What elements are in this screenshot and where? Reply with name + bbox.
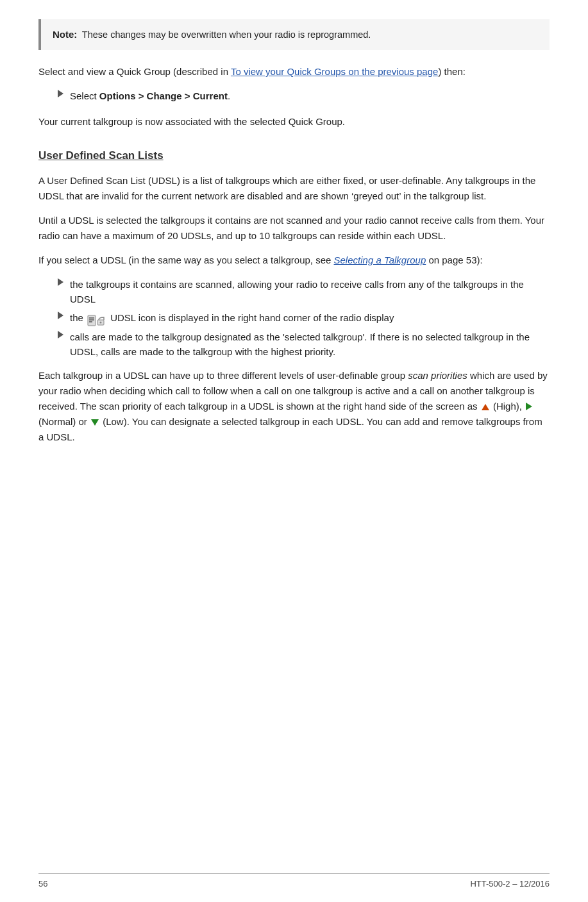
udsl-icon bbox=[87, 312, 106, 327]
footer: 56 HTT-500-2 – 12/2016 bbox=[38, 873, 550, 890]
footer-page-number: 56 bbox=[38, 878, 47, 890]
bullet-arrow-icon-1 bbox=[58, 278, 63, 286]
udsl-intro-para: A User Defined Scan List (UDSL) is a lis… bbox=[38, 173, 550, 204]
bullet-text-3: calls are made to the talkgroup designat… bbox=[70, 330, 550, 360]
quick-groups-link[interactable]: To view your Quick Groups on the previou… bbox=[231, 66, 439, 77]
normal-priority-icon bbox=[526, 403, 532, 410]
udsl-para4: Each talkgroup in a UDSL can have up to … bbox=[38, 368, 550, 445]
bullets-section: the talkgroups it contains are scanned, … bbox=[38, 277, 550, 359]
low-priority-icon bbox=[91, 419, 99, 426]
svg-rect-0 bbox=[88, 315, 96, 326]
bullet-arrow-icon-2 bbox=[58, 312, 63, 319]
section-heading-text: User Defined Scan Lists bbox=[38, 149, 164, 162]
footer-document-ref: HTT-500-2 – 12/2016 bbox=[470, 878, 550, 890]
note-label: Note: bbox=[53, 29, 77, 40]
bullet-item-2: the UDSL icon is displayed in the right … bbox=[58, 310, 550, 325]
note-text: These changes may be overwritten when yo… bbox=[80, 29, 371, 40]
select-options-bold: Options > Change > Current bbox=[99, 90, 228, 101]
note-box: Note: These changes may be overwritten w… bbox=[38, 19, 550, 50]
current-talkgroup-note: Your current talkgroup is now associated… bbox=[38, 114, 550, 129]
bullet-item-3: calls are made to the talkgroup designat… bbox=[58, 330, 550, 360]
udsl-para2: Until a UDSL is selected the talkgroups … bbox=[38, 213, 550, 244]
selecting-talkgroup-link[interactable]: Selecting a Talkgroup bbox=[334, 255, 426, 265]
udsl-para3: If you select a UDSL (in the same way as… bbox=[38, 253, 550, 268]
page-container: Note: These changes may be overwritten w… bbox=[0, 0, 588, 902]
bullet-arrow-icon-3 bbox=[58, 331, 63, 338]
high-priority-icon bbox=[482, 404, 489, 410]
select-options-text: Select Options > Change > Current. bbox=[70, 88, 550, 103]
select-options-item: Select Options > Change > Current. bbox=[58, 88, 550, 103]
bullet-item-1: the talkgroups it contains are scanned, … bbox=[58, 277, 550, 307]
intro-paragraph: Select and view a Quick Group (described… bbox=[38, 64, 550, 79]
section-heading: User Defined Scan Lists bbox=[38, 147, 550, 164]
scan-priorities-italic: scan priorities bbox=[408, 370, 467, 381]
bullet-text-1: the talkgroups it contains are scanned, … bbox=[70, 277, 550, 307]
bullet-arrow-icon bbox=[58, 90, 63, 97]
bullet-text-2: the UDSL icon is displayed in the right … bbox=[70, 310, 550, 325]
svg-point-5 bbox=[100, 322, 102, 324]
